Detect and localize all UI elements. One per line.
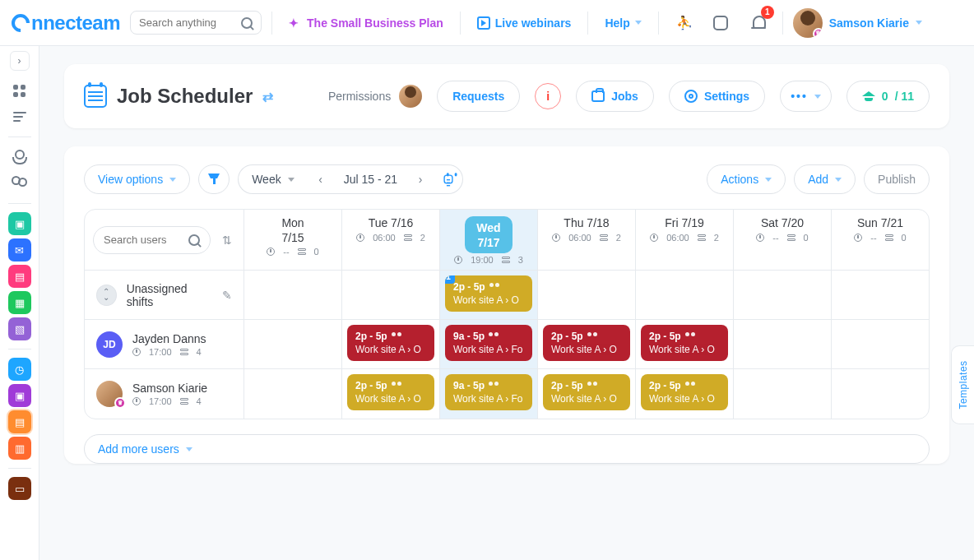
magic-wand-icon[interactable]: ✎: [222, 289, 232, 302]
add-users-button[interactable]: Add more users: [84, 434, 930, 464]
filter-button[interactable]: [198, 164, 230, 194]
day-header[interactable]: Fri 7/1906:002: [636, 210, 734, 270]
help-label: Help: [605, 16, 629, 30]
user-header-cell[interactable]: ♛Samson Kiarie17:004: [85, 369, 244, 419]
day-header[interactable]: Wed7/1719:003: [440, 210, 538, 270]
shift-card[interactable]: 12p - 5pWork site A › O: [445, 275, 532, 312]
jobs-button[interactable]: Jobs: [576, 81, 654, 112]
schedule-cell[interactable]: 2p - 5pWork site A › O: [342, 320, 440, 368]
chevron-down-icon: [288, 178, 295, 182]
templates-tab[interactable]: Templates: [951, 345, 974, 424]
schedule-cell[interactable]: [832, 271, 929, 319]
schedule-cell[interactable]: [342, 271, 440, 319]
sidebar: › ▣ ✉ ▤ ▦ ▧ ◷ ▣ ▤ ▥ ▭: [0, 46, 39, 560]
sidebar-app-6[interactable]: ◷: [8, 358, 31, 381]
prev-button[interactable]: ‹: [308, 173, 334, 186]
people-icon: [489, 283, 499, 291]
schedule-cell[interactable]: [244, 320, 342, 368]
day-header[interactable]: Mon7/15--0: [244, 210, 342, 270]
day-hours: 19:00: [471, 255, 494, 265]
add-button[interactable]: Add: [794, 164, 856, 194]
notifications-button[interactable]: 1: [744, 9, 772, 37]
search-users-field[interactable]: [104, 234, 182, 246]
shift-card[interactable]: 2p - 5pWork site A › O: [347, 374, 434, 410]
help-link[interactable]: Help: [598, 12, 647, 35]
shift-card[interactable]: 2p - 5pWork site A › O: [543, 374, 630, 410]
schedule-cell[interactable]: 2p - 5pWork site A › O: [342, 369, 440, 419]
schedule-cell[interactable]: [538, 271, 636, 319]
sort-button[interactable]: ⇅: [219, 228, 235, 252]
schedule-cell[interactable]: [244, 271, 342, 319]
alert-button[interactable]: i: [535, 83, 561, 109]
period-button[interactable]: Week: [238, 164, 308, 194]
sidebar-app-5[interactable]: ▧: [8, 317, 31, 340]
sidebar-item-list[interactable]: [8, 105, 31, 128]
schedule-cell[interactable]: [734, 320, 832, 368]
next-button[interactable]: ›: [407, 173, 434, 186]
clock-icon: [454, 256, 462, 264]
shift-card[interactable]: 2p - 5pWork site A › O: [641, 325, 728, 361]
shift-card[interactable]: 2p - 5pWork site A › O: [347, 325, 434, 361]
calendar-icon: [443, 174, 452, 183]
publish-button[interactable]: Publish: [864, 164, 930, 194]
day-header[interactable]: Sat 7/20--0: [734, 210, 832, 270]
accessibility-button[interactable]: ⛹: [669, 9, 697, 37]
sidebar-app-9[interactable]: ▥: [8, 437, 31, 460]
page-title: Job Scheduler ⇄: [84, 85, 273, 108]
schedule-cell[interactable]: 9a - 5pWork site A › Fo: [440, 369, 538, 419]
permissions-button[interactable]: Permissions: [328, 85, 422, 108]
sidebar-app-10[interactable]: ▭: [8, 477, 31, 500]
shift-card[interactable]: 2p - 5pWork site A › O: [641, 374, 728, 410]
schedule-cell[interactable]: [832, 320, 929, 368]
schedule-cell[interactable]: [734, 369, 832, 419]
sidebar-app-1[interactable]: ▣: [8, 212, 31, 235]
shift-card[interactable]: 2p - 5pWork site A › O: [543, 325, 630, 361]
day-header[interactable]: Sun 7/21--0: [832, 210, 929, 270]
day-header[interactable]: Tue 7/1606:002: [342, 210, 440, 270]
schedule-cell[interactable]: 9a - 5pWork site A › Fo: [440, 320, 538, 368]
sidebar-app-7[interactable]: ▣: [8, 384, 31, 407]
sidebar-app-8-active[interactable]: ▤: [8, 410, 31, 433]
view-options-button[interactable]: View options: [84, 164, 190, 194]
settings-button[interactable]: Settings: [669, 81, 765, 112]
user-header-cell[interactable]: JDJayden Danns17:004: [85, 320, 244, 368]
chevron-down-icon: [635, 21, 642, 25]
collapse-icon[interactable]: [96, 285, 117, 306]
sidebar-app-3[interactable]: ▤: [8, 265, 31, 288]
schedule-cell[interactable]: 2p - 5pWork site A › O: [636, 320, 734, 368]
sidebar-app-2[interactable]: ✉: [8, 238, 31, 261]
schedule-cell[interactable]: [734, 271, 832, 319]
schedule-cell[interactable]: 2p - 5pWork site A › O: [538, 369, 636, 419]
sidebar-item-user[interactable]: [8, 146, 31, 169]
counter-pill[interactable]: 0 / 11: [846, 81, 930, 112]
shift-card[interactable]: 9a - 5pWork site A › Fo: [445, 374, 532, 410]
today-button[interactable]: [434, 164, 463, 194]
sidebar-app-4[interactable]: ▦: [8, 291, 31, 314]
schedule-cell[interactable]: 2p - 5pWork site A › O: [538, 320, 636, 368]
schedule-cell[interactable]: 12p - 5pWork site A › O: [440, 271, 538, 319]
webinars-link[interactable]: Live webinars: [471, 12, 578, 35]
chat-button[interactable]: [707, 9, 735, 37]
sidebar-item-apps[interactable]: [8, 79, 31, 102]
schedule-cell[interactable]: [832, 369, 929, 419]
day-shifts: 0: [314, 247, 319, 257]
day-header[interactable]: Thu 7/1806:002: [538, 210, 636, 270]
schedule-cell[interactable]: [244, 369, 342, 419]
shift-card[interactable]: 9a - 5pWork site A › Fo: [445, 325, 532, 361]
schedule-cell[interactable]: [636, 271, 734, 319]
sidebar-expand-button[interactable]: ›: [10, 51, 30, 71]
more-button[interactable]: •••: [780, 81, 832, 112]
business-plan-link[interactable]: The Small Business Plan: [282, 12, 450, 35]
requests-button[interactable]: Requests: [437, 81, 520, 112]
sidebar-item-users[interactable]: [8, 172, 31, 195]
schedule-cell[interactable]: 2p - 5pWork site A › O: [636, 369, 734, 419]
user-menu[interactable]: ♛ Samson Kiarie: [793, 8, 922, 38]
search-input[interactable]: [130, 11, 262, 35]
shift-location: Work site A › O: [355, 343, 426, 356]
swap-icon[interactable]: ⇄: [262, 89, 273, 104]
avatar: ♛: [793, 8, 823, 38]
search-users-input[interactable]: [93, 226, 211, 254]
logo[interactable]: nnecteam: [12, 12, 120, 35]
actions-button[interactable]: Actions: [707, 164, 786, 194]
search-field[interactable]: [139, 16, 230, 29]
